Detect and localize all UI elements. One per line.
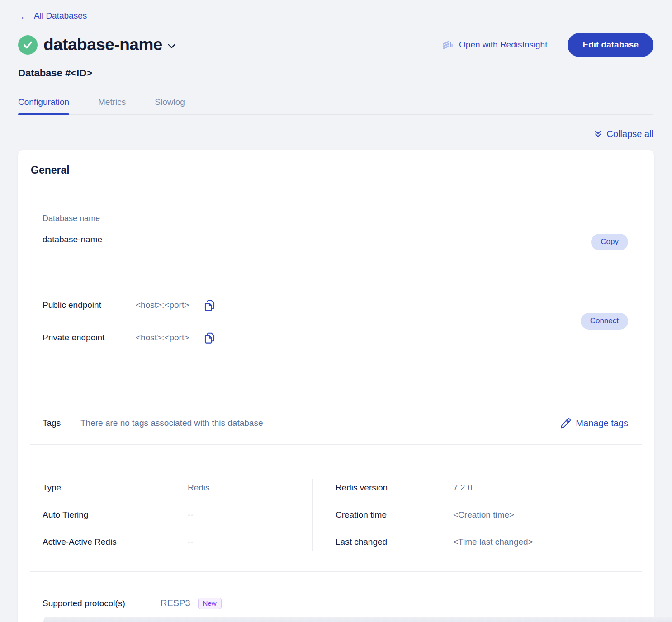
open-with-redisinsight-link[interactable]: Open with RedisInsight [441, 38, 547, 52]
details-left-column: Type Redis Auto Tiering -- Active-Active… [43, 483, 312, 547]
protocols-row: Supported protocol(s) RESP3 New [30, 572, 642, 622]
last-changed-line: Last changed <Time last changed> [336, 537, 533, 547]
database-name-value: database-name [43, 235, 628, 245]
details-right-column: Redis version 7.2.0 Creation time <Creat… [313, 483, 533, 547]
double-chevron-down-icon [593, 129, 603, 139]
tab-bar: Configuration Metrics Slowlog [18, 97, 653, 115]
collapse-all-button[interactable]: Collapse all [593, 129, 653, 139]
tags-label: Tags [43, 418, 80, 428]
back-arrow-icon: ← [20, 11, 29, 21]
tab-configuration[interactable]: Configuration [18, 97, 69, 114]
open-with-redisinsight-label: Open with RedisInsight [459, 40, 547, 50]
public-endpoint-line: Public endpoint <host>:<port> [43, 299, 628, 311]
next-section-edge [43, 617, 672, 622]
tab-slowlog[interactable]: Slowlog [155, 97, 185, 114]
new-badge: New [198, 598, 222, 609]
database-name-row: Database name database-name Copy [30, 188, 642, 273]
redis-version-value: 7.2.0 [453, 483, 472, 493]
auto-tiering-line: Auto Tiering -- [43, 510, 312, 520]
private-endpoint-value: <host>:<port> [136, 333, 189, 343]
connect-button[interactable]: Connect [581, 313, 628, 330]
redis-version-label: Redis version [336, 483, 453, 493]
private-endpoint-label: Private endpoint [43, 333, 136, 343]
endpoints-row: Public endpoint <host>:<port> Private en… [30, 273, 642, 378]
type-label: Type [43, 483, 188, 493]
auto-tiering-value: -- [188, 510, 194, 520]
tags-empty-text: There are no tags associated with this d… [80, 418, 263, 428]
copy-public-endpoint-icon[interactable] [204, 299, 215, 311]
details-row: Type Redis Auto Tiering -- Active-Active… [30, 445, 642, 572]
protocols-value: RESP3 [161, 598, 190, 608]
creation-time-label: Creation time [336, 510, 453, 520]
title-row: database-name Open with RedisI [18, 33, 653, 57]
back-link-label: All Databases [34, 11, 87, 21]
general-section-header: General [18, 150, 654, 188]
active-active-value: -- [188, 537, 194, 547]
edit-database-button[interactable]: Edit database [568, 33, 653, 57]
title-chevron-down-icon[interactable] [168, 42, 175, 51]
copy-database-name-button[interactable]: Copy [591, 234, 628, 250]
pencil-icon [560, 418, 571, 429]
private-endpoint-line: Private endpoint <host>:<port> [43, 332, 628, 344]
protocols-label: Supported protocol(s) [43, 598, 161, 608]
type-value: Redis [188, 483, 210, 493]
creation-time-line: Creation time <Creation time> [336, 510, 533, 520]
database-id-subtitle: Database #<ID> [18, 67, 653, 79]
page-header: ← All Databases database-name [0, 0, 672, 139]
public-endpoint-label: Public endpoint [43, 300, 136, 310]
redisinsight-icon [441, 38, 454, 52]
status-active-icon [18, 35, 38, 55]
section-title: General [31, 164, 641, 176]
collapse-all-label: Collapse all [607, 129, 653, 139]
type-line: Type Redis [43, 483, 312, 493]
public-endpoint-value: <host>:<port> [136, 300, 189, 310]
auto-tiering-label: Auto Tiering [43, 510, 188, 520]
manage-tags-button[interactable]: Manage tags [560, 418, 628, 429]
collapse-row: Collapse all [18, 115, 653, 139]
manage-tags-label: Manage tags [576, 418, 628, 429]
back-to-all-databases-link[interactable]: ← All Databases [20, 11, 87, 21]
tags-row: Tags There are no tags associated with t… [30, 378, 642, 445]
active-active-line: Active-Active Redis -- [43, 537, 312, 547]
database-detail-page: ← All Databases database-name [0, 0, 672, 622]
creation-time-value: <Creation time> [453, 510, 514, 520]
last-changed-label: Last changed [336, 537, 453, 547]
redis-version-line: Redis version 7.2.0 [336, 483, 533, 493]
last-changed-value: <Time last changed> [453, 537, 533, 547]
general-section-card: General Database name database-name Copy… [18, 150, 654, 622]
tab-metrics[interactable]: Metrics [98, 97, 126, 114]
active-active-label: Active-Active Redis [43, 537, 188, 547]
page-title: database-name [43, 35, 162, 54]
database-name-label: Database name [43, 214, 628, 223]
copy-private-endpoint-icon[interactable] [204, 332, 215, 344]
